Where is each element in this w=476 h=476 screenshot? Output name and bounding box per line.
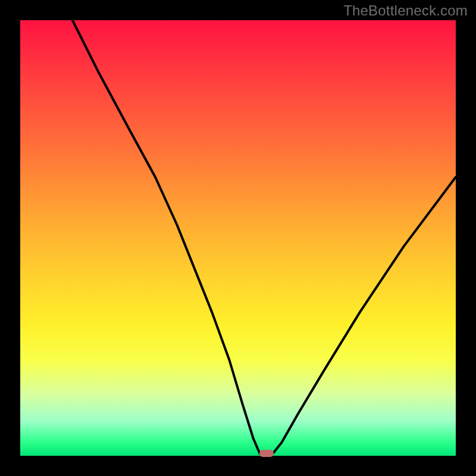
plot-area [20, 20, 456, 456]
watermark-text: TheBottleneck.com [343, 2, 468, 19]
bottleneck-curve [20, 20, 456, 456]
optimal-point-marker [259, 450, 274, 457]
chart-frame: TheBottleneck.com [0, 0, 476, 476]
